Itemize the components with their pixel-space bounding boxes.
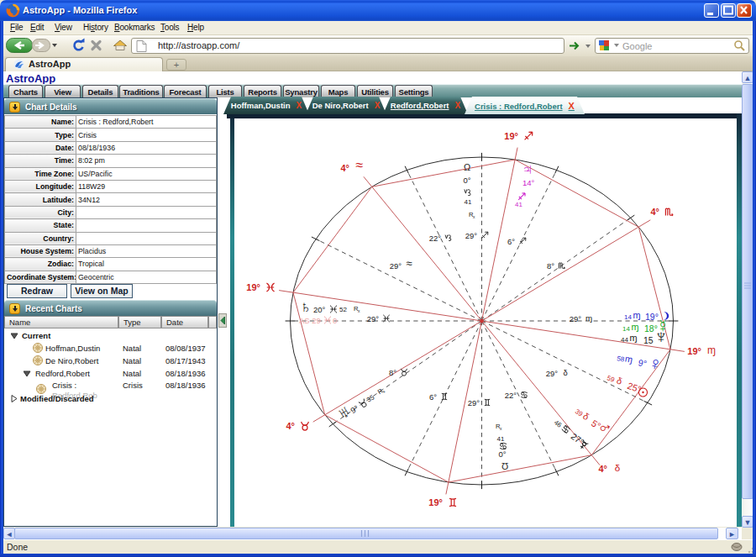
- svg-text:41: 41: [497, 435, 505, 443]
- svg-text:27°: 27°: [570, 431, 586, 447]
- svg-text:8°: 8°: [547, 261, 554, 271]
- svg-text:14: 14: [624, 313, 632, 321]
- svg-text:14°: 14°: [522, 178, 535, 187]
- svg-text:41: 41: [515, 201, 522, 208]
- svg-text:59: 59: [606, 374, 616, 384]
- svg-text:AS 29: AS 29: [299, 316, 321, 325]
- svg-text:9°: 9°: [638, 357, 648, 369]
- svg-text:19°: 19°: [687, 346, 701, 356]
- svg-text:4°: 4°: [340, 163, 349, 173]
- svg-text:ɱ: ɱ: [585, 313, 592, 323]
- svg-text:15: 15: [643, 335, 654, 345]
- svg-text:ɱ: ɱ: [633, 310, 640, 320]
- svg-text:≈: ≈: [356, 157, 364, 172]
- svg-text:x: x: [500, 427, 502, 431]
- svg-text:8°: 8°: [389, 368, 396, 377]
- svg-text:25°: 25°: [626, 381, 643, 395]
- svg-text:δ: δ: [615, 462, 620, 473]
- svg-text:4°: 4°: [650, 207, 659, 217]
- svg-text:41: 41: [465, 198, 472, 206]
- svg-text:29°: 29°: [390, 261, 402, 271]
- svg-text:x: x: [358, 309, 360, 313]
- svg-text:♄: ♄: [300, 297, 312, 316]
- svg-text:♆: ♆: [654, 326, 669, 347]
- svg-text:4°: 4°: [598, 464, 607, 474]
- svg-text:0°: 0°: [498, 449, 506, 459]
- svg-text:♃: ♃: [522, 160, 534, 178]
- svg-text:0°: 0°: [463, 176, 470, 185]
- svg-text:29°: 29°: [367, 314, 380, 323]
- svg-text:29°: 29°: [546, 369, 559, 378]
- svg-text:0: 0: [333, 316, 337, 325]
- svg-text:Ω: Ω: [464, 162, 470, 172]
- svg-text:46: 46: [553, 418, 564, 429]
- svg-text:ɱ: ɱ: [631, 322, 638, 332]
- svg-text:δ: δ: [616, 376, 624, 386]
- svg-text:20°: 20°: [313, 305, 326, 314]
- svg-text:29°: 29°: [570, 314, 582, 323]
- svg-text:6°: 6°: [429, 392, 437, 402]
- svg-text:29°: 29°: [465, 231, 478, 240]
- svg-text:4°: 4°: [286, 421, 295, 431]
- svg-text:ɱ: ɱ: [624, 353, 633, 365]
- svg-text:ɱ: ɱ: [707, 344, 716, 356]
- svg-text:≈: ≈: [406, 257, 412, 270]
- svg-text:♀: ♀: [647, 353, 664, 376]
- svg-text:29°: 29°: [468, 398, 480, 407]
- svg-text:22°: 22°: [429, 234, 442, 243]
- svg-text:44: 44: [621, 336, 628, 344]
- svg-text:x: x: [473, 215, 475, 219]
- svg-text:14: 14: [622, 325, 630, 333]
- svg-text:19°: 19°: [504, 131, 518, 141]
- svg-text:19°: 19°: [428, 497, 443, 507]
- svg-text:Ω: Ω: [501, 461, 508, 471]
- svg-text:δ: δ: [563, 368, 567, 377]
- svg-text:6°: 6°: [507, 237, 515, 246]
- svg-text:ɱ: ɱ: [629, 333, 637, 343]
- svg-text:22°: 22°: [505, 391, 517, 400]
- svg-text:52: 52: [339, 306, 347, 313]
- svg-text:19°: 19°: [246, 282, 260, 292]
